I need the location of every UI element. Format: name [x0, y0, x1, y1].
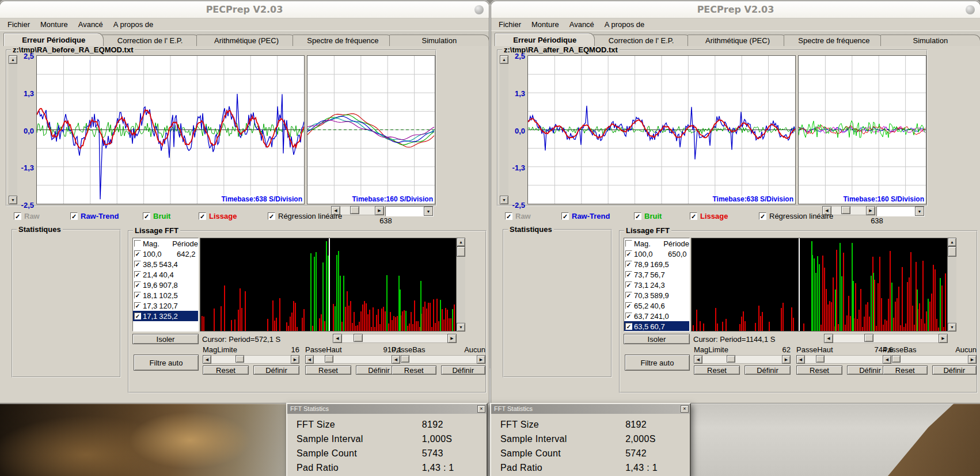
- menu-item-1[interactable]: Monture: [35, 20, 73, 29]
- scroll-up-icon[interactable]: ▲: [457, 238, 465, 246]
- checkbox[interactable]: ✓: [625, 313, 632, 319]
- zoom-chart[interactable]: Timebase:160 S/Division: [307, 55, 435, 204]
- reset-button[interactable]: Reset: [883, 365, 928, 375]
- fft-list-row[interactable]: ✓63,7241,0: [624, 311, 689, 321]
- filtre-auto-button[interactable]: Filtre auto: [625, 355, 690, 371]
- fft-list-row[interactable]: ✓19,6907,8: [133, 280, 198, 290]
- scroll-track[interactable]: [891, 355, 968, 364]
- checkbox[interactable]: ✓: [143, 212, 150, 220]
- tab-1[interactable]: Correction de l' E.P.: [591, 35, 691, 46]
- spectrum-vscrollbar[interactable]: ▲▼: [457, 238, 465, 332]
- menu-item-2[interactable]: Avancé: [73, 20, 108, 29]
- checkbox[interactable]: ✓: [134, 302, 141, 309]
- checkbox[interactable]: ✓: [625, 250, 632, 257]
- scroll-left-icon[interactable]: ◀: [883, 355, 891, 364]
- scroll-thumb[interactable]: [727, 355, 735, 363]
- isoler-button[interactable]: Isoler: [624, 334, 690, 344]
- tab-4[interactable]: Simulation: [880, 35, 980, 46]
- fft-list-row[interactable]: ✓65,240,6: [624, 300, 689, 311]
- tab-4[interactable]: Simulation: [389, 35, 489, 46]
- checkbox[interactable]: ✓: [759, 212, 766, 220]
- scroll-right-icon[interactable]: ▶: [447, 334, 457, 343]
- scroll-thumb[interactable]: [235, 355, 244, 363]
- reset-button[interactable]: Reset: [392, 365, 436, 375]
- window-orb-icon[interactable]: [474, 5, 484, 14]
- chart-vertical-scrollbar[interactable]: ▲▼: [9, 55, 17, 204]
- slider-scrollbar[interactable]: ◀▶: [203, 355, 299, 364]
- checkbox[interactable]: [134, 240, 141, 247]
- checkbox[interactable]: ✓: [14, 212, 21, 220]
- checkbox[interactable]: ✓: [625, 323, 632, 330]
- scroll-thumb[interactable]: [948, 246, 956, 257]
- checkbox[interactable]: ✓: [134, 271, 141, 278]
- fft-list-row[interactable]: ✓100,0642,2: [133, 249, 198, 259]
- checkbox[interactable]: ✓: [561, 212, 569, 220]
- scroll-down-icon[interactable]: ▼: [9, 196, 17, 204]
- menu-item-3[interactable]: A propos de: [108, 20, 158, 29]
- window-orb-icon[interactable]: [966, 5, 975, 14]
- menu-item-0[interactable]: Fichier: [2, 20, 35, 29]
- close-icon[interactable]: ×: [477, 405, 485, 413]
- chart-vertical-scrollbar[interactable]: ▲▼: [500, 55, 508, 204]
- fft-list-row[interactable]: ✓38,5543,4: [133, 259, 198, 269]
- scroll-right-icon[interactable]: ▶: [939, 334, 948, 343]
- fft-list-row[interactable]: ✓78,9169,5: [624, 259, 689, 269]
- menu-item-3[interactable]: A propos de: [599, 20, 649, 29]
- spectrum-vscrollbar[interactable]: ▲▼: [948, 238, 956, 332]
- scroll-track[interactable]: [314, 355, 393, 364]
- checkbox[interactable]: ✓: [505, 212, 512, 220]
- fft-list-row[interactable]: ✓21,440,4: [133, 269, 198, 280]
- scroll-track[interactable]: [948, 246, 956, 323]
- scroll-thumb[interactable]: [354, 334, 363, 342]
- scroll-thumb[interactable]: [401, 355, 409, 363]
- fft-statistics-titlebar[interactable]: FFT Statistics ×: [287, 404, 487, 414]
- scroll-right-icon[interactable]: ▶: [477, 355, 485, 364]
- definir-button[interactable]: Définir: [932, 365, 977, 375]
- spectrum-hscrollbar[interactable]: ◀▶: [824, 334, 948, 343]
- checkbox[interactable]: ✓: [625, 271, 632, 278]
- checkbox[interactable]: ✓: [134, 313, 141, 319]
- tab-2[interactable]: Arithmétique (PEC): [687, 35, 788, 46]
- scroll-track[interactable]: [400, 355, 477, 364]
- fft-list-row[interactable]: ✓17,3120,7: [133, 300, 198, 311]
- main-chart[interactable]: Timebase:638 S/Division: [527, 55, 796, 204]
- scroll-thumb[interactable]: [892, 355, 901, 363]
- scroll-left-icon[interactable]: ◀: [824, 334, 833, 343]
- checkbox[interactable]: ✓: [268, 212, 275, 220]
- scroll-left-icon[interactable]: ◀: [305, 355, 314, 364]
- scroll-right-icon[interactable]: ▶: [291, 355, 299, 364]
- isoler-button[interactable]: Isoler: [132, 334, 199, 344]
- scroll-track[interactable]: [211, 355, 291, 364]
- scroll-thumb[interactable]: [457, 246, 465, 257]
- checkbox[interactable]: ✓: [134, 250, 141, 257]
- scroll-up-icon[interactable]: ▲: [500, 55, 508, 64]
- checkbox[interactable]: [625, 240, 632, 247]
- scroll-track[interactable]: [805, 355, 884, 364]
- scroll-track[interactable]: [500, 64, 508, 196]
- menu-item-0[interactable]: Fichier: [493, 20, 526, 29]
- fft-list-row[interactable]: ✓73,124,3: [624, 280, 689, 290]
- scroll-track[interactable]: [702, 355, 782, 364]
- scroll-left-icon[interactable]: ◀: [392, 355, 400, 364]
- scroll-left-icon[interactable]: ◀: [796, 355, 805, 364]
- checkbox[interactable]: ✓: [134, 261, 141, 268]
- checkbox[interactable]: ✓: [625, 261, 632, 268]
- scroll-down-icon[interactable]: ▼: [457, 323, 465, 332]
- reset-button[interactable]: Reset: [796, 365, 842, 375]
- zoom-chart[interactable]: Timebase:160 S/Division: [798, 55, 926, 204]
- scroll-up-icon[interactable]: ▲: [9, 55, 17, 64]
- slider-scrollbar[interactable]: ◀▶: [305, 355, 402, 364]
- definir-button[interactable]: Définir: [441, 365, 486, 375]
- scroll-left-icon[interactable]: ◀: [203, 355, 211, 364]
- checkbox[interactable]: ✓: [690, 212, 697, 220]
- scroll-track[interactable]: [9, 64, 17, 196]
- fft-list-row[interactable]: ✓63,560,7: [624, 321, 689, 332]
- reset-button[interactable]: Reset: [305, 365, 351, 375]
- slider-scrollbar[interactable]: ◀▶: [796, 355, 893, 364]
- scroll-down-icon[interactable]: ▼: [948, 323, 956, 332]
- scroll-track[interactable]: [457, 246, 465, 323]
- checkbox[interactable]: ✓: [625, 302, 632, 309]
- scroll-up-icon[interactable]: ▲: [948, 238, 956, 246]
- slider-scrollbar[interactable]: ◀▶: [883, 355, 977, 364]
- definir-button[interactable]: Définir: [253, 365, 299, 375]
